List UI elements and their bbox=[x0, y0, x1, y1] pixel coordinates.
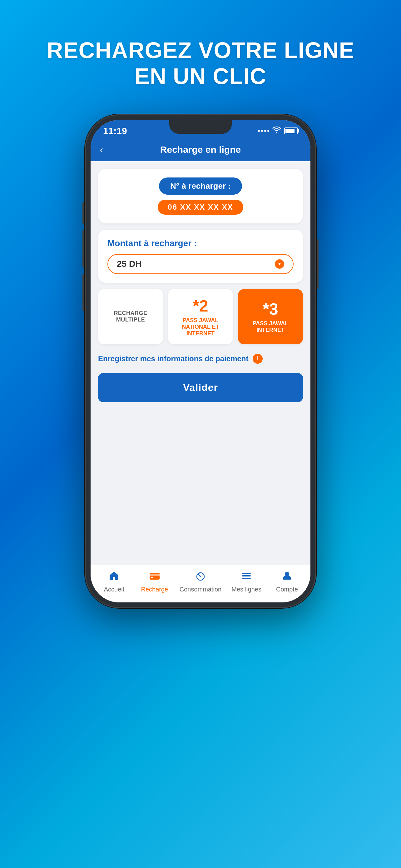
side-button-volume-down bbox=[82, 274, 85, 311]
options-grid: RECHARGE MULTIPLE *2 PASS JAWAL NATIONAL… bbox=[98, 289, 303, 344]
status-icons bbox=[258, 127, 298, 135]
nav-item-consommation[interactable]: Consommation bbox=[179, 570, 222, 593]
status-time: 11:19 bbox=[103, 126, 127, 136]
side-button-mute bbox=[82, 202, 85, 224]
wifi-icon bbox=[272, 127, 281, 135]
house-icon bbox=[108, 570, 120, 584]
option-recharge-multiple-title: RECHARGE MULTIPLE bbox=[103, 310, 158, 323]
back-button[interactable]: ‹ bbox=[100, 144, 112, 155]
nav-item-accueil[interactable]: Accueil bbox=[98, 570, 130, 593]
phone-mockup: 11:19 ‹ Rechar bbox=[85, 114, 316, 608]
save-info-row[interactable]: Enregistrer mes informations de paiement… bbox=[98, 350, 303, 367]
nav-item-mes-lignes[interactable]: Mes lignes bbox=[231, 570, 262, 593]
number-label: N° à recharger : bbox=[159, 178, 242, 195]
side-button-power bbox=[316, 239, 319, 289]
amount-select[interactable]: 25 DH ▾ bbox=[107, 254, 294, 274]
validate-button[interactable]: Valider bbox=[98, 373, 303, 402]
nav-item-compte[interactable]: Compte bbox=[271, 570, 303, 593]
svg-rect-2 bbox=[151, 577, 153, 578]
save-info-text: Enregistrer mes informations de paiement bbox=[98, 354, 248, 363]
number-card: N° à recharger : 06 XX XX XX XX bbox=[98, 169, 303, 223]
svg-rect-6 bbox=[242, 575, 251, 577]
person-icon bbox=[281, 570, 293, 584]
dropdown-icon: ▾ bbox=[275, 259, 284, 269]
amount-value: 25 DH bbox=[117, 259, 141, 269]
amount-label: Montant à recharger : bbox=[107, 239, 294, 248]
bottom-nav: Accueil Recharge bbox=[91, 565, 310, 602]
card-icon bbox=[149, 570, 160, 584]
list-icon bbox=[241, 570, 252, 584]
svg-point-4 bbox=[200, 576, 201, 577]
option-pass-jawal-national-code: *2 bbox=[193, 297, 208, 315]
svg-rect-5 bbox=[242, 573, 251, 574]
svg-rect-7 bbox=[242, 578, 251, 579]
nav-label-accueil: Accueil bbox=[104, 586, 124, 593]
nav-label-recharge: Recharge bbox=[141, 586, 168, 593]
nav-label-mes-lignes: Mes lignes bbox=[231, 586, 261, 593]
option-pass-jawal-internet[interactable]: *3 PASS JAWAL INTERNET bbox=[238, 289, 303, 344]
battery-icon bbox=[284, 127, 298, 134]
option-pass-jawal-internet-code: *3 bbox=[263, 300, 278, 318]
nav-item-recharge[interactable]: Recharge bbox=[139, 570, 170, 593]
option-pass-jawal-internet-subtitle: PASS JAWAL INTERNET bbox=[243, 320, 298, 333]
phone-screen: 11:19 ‹ Rechar bbox=[91, 120, 310, 602]
page-title: Recharge en ligne bbox=[112, 144, 289, 155]
phone-number-display: 06 XX XX XX XX bbox=[158, 200, 243, 215]
side-button-volume-up bbox=[82, 230, 85, 268]
nav-label-consommation: Consommation bbox=[179, 586, 222, 593]
option-pass-jawal-national[interactable]: *2 PASS JAWAL NATIONAL ET INTERNET bbox=[168, 289, 233, 344]
option-pass-jawal-national-subtitle: PASS JAWAL NATIONAL ET INTERNET bbox=[173, 317, 228, 337]
hero-title: RECHARGEZ VOTRE LIGNE EN UN CLIC bbox=[46, 37, 354, 89]
nav-header: ‹ Recharge en ligne bbox=[91, 140, 310, 161]
signal-icon bbox=[258, 130, 269, 132]
option-recharge-multiple[interactable]: RECHARGE MULTIPLE bbox=[98, 289, 163, 344]
screen-content: N° à recharger : 06 XX XX XX XX Montant … bbox=[91, 161, 310, 565]
phone-notch bbox=[169, 120, 232, 134]
nav-label-compte: Compte bbox=[276, 586, 298, 593]
svg-rect-1 bbox=[149, 574, 160, 576]
info-icon: i bbox=[253, 354, 263, 364]
amount-card: Montant à recharger : 25 DH ▾ bbox=[98, 230, 303, 283]
gauge-icon bbox=[195, 570, 206, 584]
